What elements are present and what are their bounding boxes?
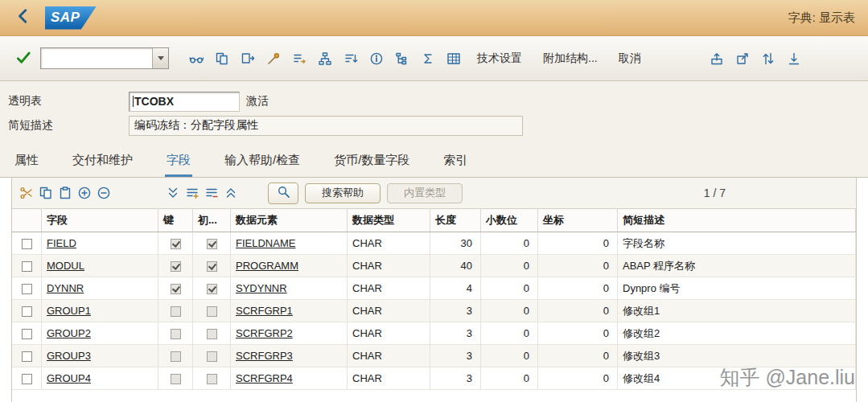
tab-attributes[interactable]: 属性 [13,146,40,177]
description-cell: 修改组1 [618,300,856,322]
search-button[interactable] [268,183,298,204]
table-name-field[interactable]: TCOBX [129,92,240,112]
table-row: DYNNRSYDYNNRCHAR400Dynpro 编号 [12,277,856,300]
field-link[interactable]: GROUP2 [47,327,91,339]
key-cell [158,367,193,390]
coordinate-cell: 0 [538,345,618,367]
key-checkbox [171,374,181,384]
cancel-button[interactable]: 取消 [611,48,649,69]
back-button[interactable] [13,6,34,29]
fields-table: 字段键初...数据元素数据类型长度小数位坐标简短描述 FIELDFIELDNAM… [12,208,856,390]
sap-logo-text: SAP [45,10,80,26]
data-element-link[interactable]: SCRFGRP3 [236,350,293,362]
description-cell: ABAP 程序名称 [618,255,856,277]
table-header-row: 字段键初...数据元素数据类型长度小数位坐标简短描述 [12,209,856,232]
key-checkbox [171,351,181,362]
data-element-link[interactable]: PROGRAMM [236,260,298,272]
initial-cell [193,232,231,255]
delete-row-icon[interactable] [202,183,221,203]
watermark: 知乎 @Jane.liu [720,364,856,391]
page-up-icon[interactable] [221,183,241,203]
append-structure-button[interactable]: 附加结构... [535,48,606,69]
swap-icon[interactable] [755,47,781,71]
row-select-checkbox[interactable] [22,239,32,249]
data-element-cell: PROGRAMM [231,255,348,277]
row-select-checkbox[interactable] [22,351,32,362]
insert-row-icon[interactable] [183,183,202,203]
combo-dropdown-button[interactable] [152,48,168,68]
field-link[interactable]: DYNNR [47,282,84,294]
field-link[interactable]: GROUP4 [47,372,91,384]
enter-button[interactable] [11,47,35,71]
info-icon[interactable] [364,47,389,71]
tab-fields[interactable]: 字段 [165,146,192,177]
tab-input-help-check[interactable]: 输入帮助/检查 [223,146,302,177]
download-icon[interactable] [781,47,807,71]
copy-icon[interactable] [36,183,56,203]
export-icon[interactable] [704,47,730,71]
tab-currency-quantity[interactable]: 货币/数量字段 [332,146,411,177]
copy-object-icon[interactable] [209,47,235,71]
row-select-cell [12,345,42,367]
data-element-link[interactable]: SCRFGRP2 [236,327,293,339]
decimals-cell: 0 [481,277,538,300]
row-select-checkbox[interactable] [22,374,32,384]
remove-icon[interactable] [94,183,113,203]
field-link[interactable]: GROUP3 [47,350,91,362]
row-select-checkbox[interactable] [22,306,32,317]
field-link[interactable]: FIELD [47,237,76,249]
data-element-link[interactable]: SYDYNNR [236,282,287,294]
grid-icon[interactable] [441,47,467,71]
paste-icon[interactable] [56,183,75,203]
field-cell: DYNNR [42,277,158,300]
data-element-cell: SCRFGRP2 [231,322,348,345]
length-cell: 3 [430,300,481,322]
sort-icon[interactable] [338,47,364,71]
where-used-icon[interactable] [286,47,312,71]
hierarchy-icon[interactable] [312,47,338,71]
length-cell: 4 [430,277,481,300]
command-combobox [40,47,169,69]
field-link[interactable]: MODUL [47,260,84,272]
scissors-icon[interactable] [17,183,36,203]
row-select-checkbox[interactable] [22,284,32,294]
command-input[interactable] [41,48,152,68]
sap-logo: SAP [45,6,97,30]
toolbar-icons-left [183,47,467,71]
tab-delivery-maintenance[interactable]: 交付和维护 [71,146,134,177]
sum-icon[interactable] [415,47,441,71]
transport-icon[interactable] [235,47,261,71]
column-header-7: 坐标 [538,209,618,232]
data-type-cell: CHAR [348,277,430,300]
add-icon[interactable] [75,183,94,203]
data-element-link[interactable]: FIELDNAME [236,237,295,249]
decimals-cell: 0 [481,367,538,390]
top-bar: SAP 字典: 显示表 [0,0,868,36]
data-element-cell: SCRFGRP1 [231,300,348,322]
data-element-link[interactable]: SCRFGRP1 [236,305,293,317]
data-element-link[interactable]: SCRFGRP4 [236,372,293,384]
open-in-new-icon[interactable] [730,47,755,71]
decimals-cell: 0 [481,255,538,277]
initial-cell [193,277,231,300]
short-description-field[interactable]: 编码冻结：分配字段属性 [129,116,523,136]
initial-checkbox [207,329,217,339]
description-cell: Dynpro 编号 [618,277,856,300]
transparent-table-label: 透明表 [8,94,129,109]
description-cell: 字段名称 [618,232,856,255]
search-help-button[interactable]: 搜索帮助 [305,183,381,203]
page-down-icon[interactable] [163,183,183,203]
data-type-cell: CHAR [348,232,430,255]
activate-icon[interactable] [261,47,286,71]
key-checkbox [171,261,181,272]
row-select-checkbox[interactable] [22,261,32,272]
short-description-row: 简短描述 编码冻结：分配字段属性 [0,113,868,137]
key-cell [158,232,193,255]
field-link[interactable]: GROUP1 [47,305,91,317]
length-cell: 30 [430,232,481,255]
row-select-checkbox[interactable] [22,329,32,339]
tab-indexes[interactable]: 索引 [442,146,469,177]
tree-icon[interactable] [389,47,415,71]
tech-settings-button[interactable]: 技术设置 [469,48,530,69]
glasses-icon[interactable] [183,47,209,71]
